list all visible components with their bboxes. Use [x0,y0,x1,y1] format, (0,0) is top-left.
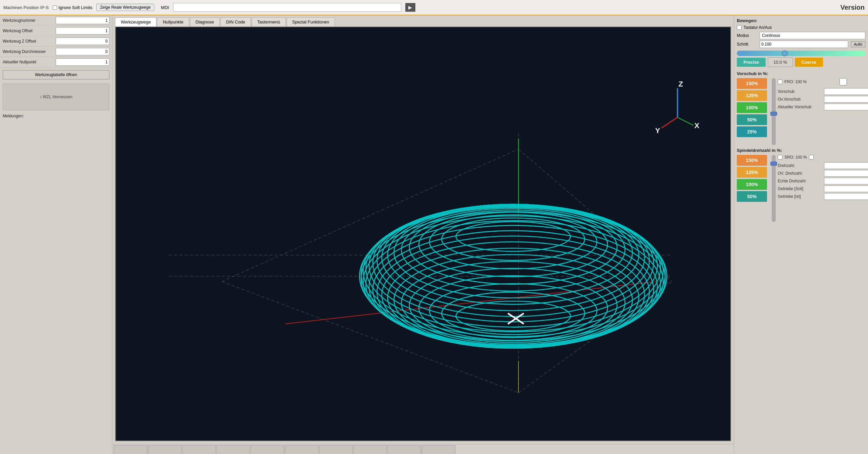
3d-visualization: Z Y X [116,27,731,441]
ignore-soft-limits-checkbox[interactable] [53,5,57,10]
slider-thumb[interactable] [782,50,788,56]
vorschub-slider-thumb[interactable] [770,112,777,116]
bottom-tab-1[interactable] [114,445,147,454]
getriebe-ist-input[interactable] [824,193,868,200]
werkzeug-z-offset-label: Werkzeug Z Offset [3,39,56,43]
vorschub-125-btn[interactable]: 125% [737,90,767,101]
vorschub-label: Vorschub [778,89,822,94]
aktueller-vorschub-value-row: Aktueller Vorschub [778,104,868,110]
bottom-tab-10[interactable] [422,445,455,454]
schritt-label: Schritt [737,42,757,46]
getriebe-ist-label: Getriebe [Ist] [778,194,822,199]
vorschub-slider-container[interactable] [772,78,776,145]
vorschub-title: Vorschub in %: [737,71,865,76]
meldungen-area [0,120,112,454]
mdi-input[interactable] [173,3,401,12]
spindel-slider-container[interactable] [772,155,776,222]
ignore-soft-limits-label[interactable]: Ignore Soft Limits [53,5,92,10]
bottom-tab-7[interactable] [319,445,353,454]
werkzeug-offset-input[interactable] [56,27,110,35]
zeige-btn[interactable]: Zeige Reale Werkzeugwege [96,4,154,11]
spindel-50-btn[interactable]: 50% [737,191,767,202]
fro-toggle-right[interactable] [809,78,868,86]
left-panel: Werkzeugnummer Werkzeug Offset Werkzeug … [0,15,113,454]
field-row-werkzeug-offset: Werkzeug Offset [0,26,112,36]
bottom-tab-3[interactable] [182,445,216,454]
vorschub-percent-buttons: 150% 125% 100% 50% 25% [737,78,767,145]
viewport-container[interactable]: Z Y X [115,27,731,441]
sro-toggle-left[interactable] [778,155,782,160]
svg-text:X: X [694,121,700,130]
spindel-100-btn[interactable]: 100% [737,179,767,190]
spindel-slider-track[interactable] [772,155,776,222]
bottom-tab-9[interactable] [388,445,421,454]
mode-slider[interactable] [737,51,865,56]
tastatur-checkbox[interactable] [737,25,742,30]
fro-row: FRO: 100 % [778,78,868,86]
werkzeug-offset-label: Werkzeug Offset [3,29,56,33]
getriebe-soll-input[interactable] [824,186,868,192]
vorschub-25-btn[interactable]: 25% [737,126,767,137]
version-label: Version [840,4,865,11]
getriebe-soll-row: Getriebe [Soll] [778,186,868,192]
werkzeugnummer-label: Werkzeugnummer [3,18,56,23]
vorschub-value-row: Vorschub [778,88,868,95]
echte-drehzahl-input[interactable] [824,178,868,185]
bottom-tab-6[interactable] [285,445,318,454]
tastatur-row: Tastatur An/Aus [737,25,865,30]
modus-value: Continous [760,32,865,39]
vorschub-right: FRO: 100 % Vorschub Ov.Vorschub Aktuelle… [778,78,868,145]
ov-vorschub-input[interactable] [824,96,868,103]
bottom-tab-2[interactable] [148,445,182,454]
aktueller-nullpunkt-input[interactable] [56,58,110,66]
spindel-layout: 150% 125% 100% 50% SRO: 100 % Drehzahl: [737,155,865,222]
tab-din-code[interactable]: DIN Code [220,18,251,27]
vorschub-100-btn[interactable]: 100% [737,102,767,113]
spindel-125-btn[interactable]: 125% [737,167,767,178]
vorschub-150-btn[interactable]: 150% [737,78,767,89]
ov-drehzahl-input[interactable] [824,170,868,177]
ov-drehzahl-row: OV. Drehzahl: [778,170,868,177]
spindel-right: SRO: 100 % Drehzahl: OV. Drehzahl: Echte… [778,155,868,222]
werkzeugnummer-input[interactable] [56,17,110,24]
ov-vorschub-value-row: Ov.Vorschub [778,96,868,103]
sro-toggle-right[interactable] [809,155,814,160]
fro-toggle[interactable] [778,79,782,84]
bewegen-title: Bewegen: [737,18,865,23]
werkzeug-z-offset-input[interactable] [56,38,110,45]
aktueller-vorschub-input[interactable] [824,104,868,110]
ov-drehzahl-label: OV. Drehzahl: [778,171,822,176]
drehzahl-input[interactable] [824,162,868,169]
tab-werkzeugwege[interactable]: Werkzeugwege [115,18,156,27]
bottom-tab-4[interactable] [216,445,250,454]
percent-btn[interactable]: 10.0 % [768,57,793,67]
auflo-btn[interactable]: Auflö [851,41,865,47]
bottom-tab-5[interactable] [251,445,284,454]
tastatur-label: Tastatur An/Aus [744,25,772,30]
tab-nullpunkte[interactable]: Nullpunkte [157,18,189,27]
getriebe-ist-row: Getriebe [Ist] [778,193,868,200]
field-row-werkzeug-z-offset: Werkzeug Z Offset [0,36,112,46]
play-btn[interactable]: ▶ [405,3,415,12]
werkzeug-durchmesser-input[interactable] [56,48,110,55]
ov-vorschub-label: Ov.Vorschub [778,97,822,102]
right-panel: Bewegen: Tastatur An/Aus Modus Continous… [734,15,868,454]
open-table-btn[interactable]: Werkzeugtabelle öffnen [3,70,110,79]
schritt-input[interactable] [760,40,848,48]
tab-spezial-funktionen[interactable]: Spezial Funktionen [286,18,335,27]
field-rows: Werkzeugnummer Werkzeug Offset Werkzeug … [0,15,112,67]
tab-tastermenu[interactable]: Tastermenü [252,18,286,27]
coarse-btn[interactable]: Coarse [795,58,823,67]
spindel-slider-thumb[interactable] [770,162,777,166]
bottom-tab-8[interactable] [353,445,387,454]
slider-track[interactable] [737,51,865,56]
vorschub-50-btn[interactable]: 50% [737,114,767,125]
fro-label: FRO: 100 % [784,79,807,84]
spindel-150-btn[interactable]: 150% [737,155,767,166]
tab-diagnose[interactable]: Diagnose [190,18,220,27]
vorschub-slider-track[interactable] [772,78,776,145]
vorschub-input[interactable] [824,88,868,95]
wzl-icon: ↕ [39,95,41,99]
precise-btn[interactable]: Precise [737,58,766,67]
svg-text:Z: Z [678,80,683,88]
